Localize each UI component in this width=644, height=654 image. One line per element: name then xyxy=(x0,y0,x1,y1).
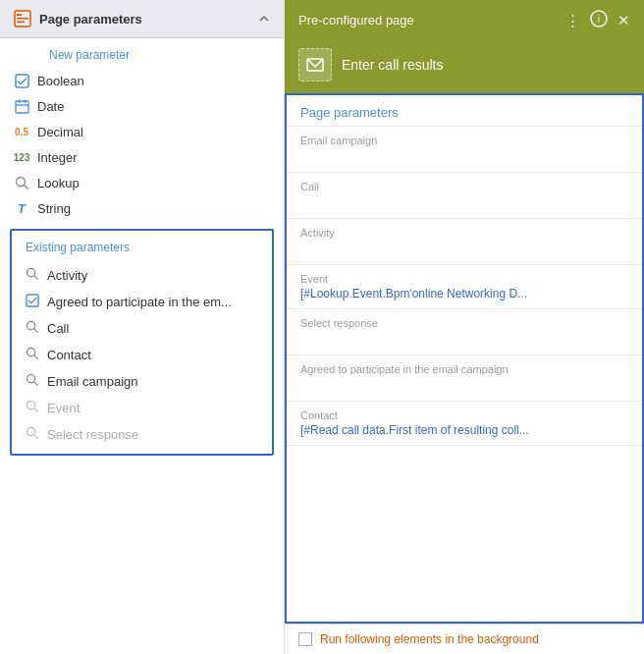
field-email-campaign[interactable]: Email campaign xyxy=(287,127,642,173)
calendar-icon xyxy=(14,98,29,114)
svg-point-16 xyxy=(27,348,34,355)
svg-rect-1 xyxy=(17,14,22,16)
existing-contact[interactable]: Contact xyxy=(12,342,272,368)
param-integer-label: Integer xyxy=(37,150,77,165)
decimal-icon: 0.5 xyxy=(14,124,29,139)
svg-line-19 xyxy=(34,382,38,386)
call-lookup-icon xyxy=(26,320,39,337)
svg-text:i: i xyxy=(598,13,600,25)
left-panel-header: Page parameters xyxy=(0,0,284,38)
field-contact[interactable]: Contact [#Read call data.First item of r… xyxy=(287,402,642,446)
param-date[interactable]: Date xyxy=(0,93,284,119)
svg-line-21 xyxy=(34,409,38,412)
param-string-label: String xyxy=(37,201,71,216)
checkbox-icon xyxy=(14,73,29,88)
existing-select-response-label: Select response xyxy=(47,427,138,442)
svg-point-22 xyxy=(27,427,34,435)
field-contact-value: [#Read call data.First item of resulting… xyxy=(300,423,628,437)
field-select-response[interactable]: Select response xyxy=(287,309,642,355)
existing-call[interactable]: Call xyxy=(12,315,272,342)
svg-point-18 xyxy=(27,374,34,382)
field-activity-value xyxy=(300,241,628,256)
svg-line-17 xyxy=(34,355,38,359)
svg-line-23 xyxy=(34,435,38,439)
field-agreed-label: Agreed to participate in the email campa… xyxy=(300,363,628,375)
modal-title: Pre-configured page xyxy=(298,13,414,27)
svg-rect-3 xyxy=(17,22,25,24)
svg-line-10 xyxy=(24,185,27,189)
field-event-label: Event xyxy=(300,273,628,285)
field-activity[interactable]: Activity xyxy=(287,219,642,265)
page-params-icon xyxy=(14,10,31,27)
existing-event[interactable]: Event xyxy=(12,395,272,421)
header-left: Page parameters xyxy=(14,10,142,27)
modal-header-icons: ⋮ i ✕ xyxy=(565,10,630,30)
existing-call-label: Call xyxy=(47,321,69,336)
field-agreed-value xyxy=(300,377,628,393)
close-icon[interactable]: ✕ xyxy=(617,12,630,29)
event-lookup-icon xyxy=(26,400,39,416)
page-params-right: Page parameters Email campaign Call Acti… xyxy=(285,93,644,624)
page-params-right-title: Page parameters xyxy=(287,95,642,127)
existing-agreed-label: Agreed to participate in the em... xyxy=(47,295,232,309)
contact-lookup-icon xyxy=(26,347,39,363)
email-campaign-lookup-icon xyxy=(26,373,39,390)
activity-lookup-icon xyxy=(26,267,39,284)
field-call-value xyxy=(300,194,628,210)
left-panel: Page parameters New parameter Boolean xyxy=(0,0,285,654)
more-options-icon[interactable]: ⋮ xyxy=(565,12,580,29)
enter-call-icon xyxy=(298,48,332,82)
param-boolean[interactable]: Boolean xyxy=(0,68,284,93)
field-email-campaign-label: Email campaign xyxy=(300,135,628,146)
svg-rect-2 xyxy=(17,18,28,20)
svg-rect-5 xyxy=(16,101,28,113)
param-lookup[interactable]: Lookup xyxy=(0,170,284,195)
left-panel-title: Page parameters xyxy=(39,12,142,27)
field-call[interactable]: Call xyxy=(287,173,642,219)
existing-select-response[interactable]: Select response xyxy=(12,421,272,448)
integer-icon: 123 xyxy=(14,149,29,165)
existing-parameters-label: Existing parameters xyxy=(12,237,272,262)
existing-agreed[interactable]: Agreed to participate in the em... xyxy=(12,289,272,315)
select-response-lookup-icon xyxy=(26,426,39,443)
existing-activity-label: Activity xyxy=(47,268,87,283)
existing-event-label: Event xyxy=(47,401,80,415)
param-boolean-label: Boolean xyxy=(37,74,84,88)
param-date-label: Date xyxy=(37,99,64,114)
enter-call-label: Enter call results xyxy=(342,57,443,73)
info-icon[interactable]: i xyxy=(590,10,608,30)
svg-rect-13 xyxy=(27,295,38,306)
field-select-response-value xyxy=(300,331,628,347)
lookup-icon xyxy=(14,175,29,191)
svg-line-15 xyxy=(34,329,38,333)
param-decimal[interactable]: 0.5 Decimal xyxy=(0,119,284,144)
field-activity-label: Activity xyxy=(300,227,628,239)
param-decimal-label: Decimal xyxy=(37,125,83,139)
existing-email-campaign[interactable]: Email campaign xyxy=(12,368,272,395)
svg-point-20 xyxy=(27,401,34,409)
svg-point-9 xyxy=(16,177,25,186)
param-lookup-label: Lookup xyxy=(37,176,80,191)
collapse-icon[interactable] xyxy=(258,13,270,25)
existing-parameters-box: Existing parameters Activity Agreed to p… xyxy=(10,229,274,456)
existing-activity[interactable]: Activity xyxy=(12,262,272,289)
bottom-bar: Run following elements in the background xyxy=(285,624,644,654)
modal-header: Pre-configured page ⋮ i ✕ xyxy=(285,0,644,40)
param-string[interactable]: T String xyxy=(0,195,284,221)
field-select-response-label: Select response xyxy=(300,317,628,329)
svg-line-12 xyxy=(34,276,38,280)
field-agreed-participate[interactable]: Agreed to participate in the email campa… xyxy=(287,355,642,402)
param-integer[interactable]: 123 Integer xyxy=(0,144,284,170)
field-call-label: Call xyxy=(300,181,628,192)
field-contact-label: Contact xyxy=(300,409,628,421)
field-event-value: [#Lookup.Event.Bpm'online Networking D..… xyxy=(300,287,628,300)
background-checkbox[interactable] xyxy=(298,632,312,646)
right-panel: Pre-configured page ⋮ i ✕ Enter call res… xyxy=(285,0,644,654)
field-email-campaign-value xyxy=(300,148,628,164)
background-label: Run following elements in the background xyxy=(320,632,539,646)
new-parameter-label: New parameter xyxy=(0,38,284,68)
existing-contact-label: Contact xyxy=(47,348,91,362)
field-event[interactable]: Event [#Lookup.Event.Bpm'online Networki… xyxy=(287,265,642,309)
svg-rect-4 xyxy=(16,75,28,87)
agreed-checkbox-icon xyxy=(26,294,39,310)
